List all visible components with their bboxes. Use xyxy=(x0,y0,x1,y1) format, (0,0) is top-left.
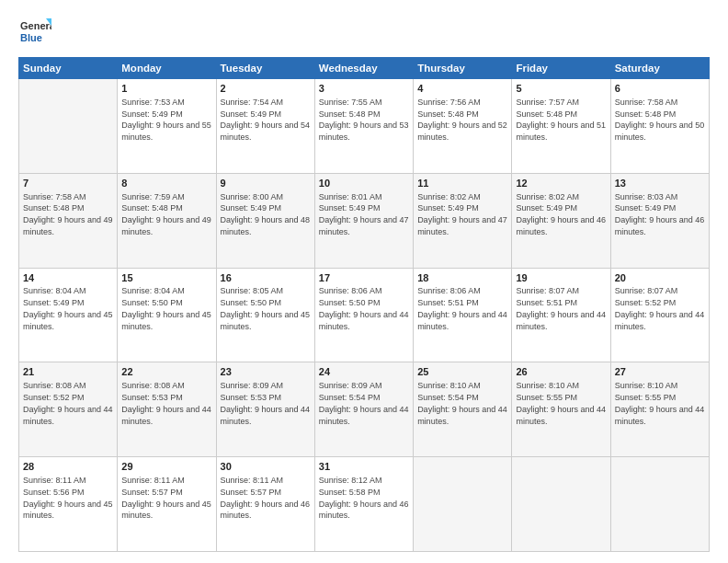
day-number: 2 xyxy=(221,82,311,96)
day-info: Sunrise: 8:10 AMSunset: 5:54 PMDaylight:… xyxy=(417,381,507,425)
calendar-cell: 24Sunrise: 8:09 AMSunset: 5:54 PMDayligh… xyxy=(314,362,413,457)
day-info: Sunrise: 8:08 AMSunset: 5:52 PMDaylight:… xyxy=(23,381,113,425)
day-info: Sunrise: 8:02 AMSunset: 5:49 PMDaylight:… xyxy=(516,192,606,236)
day-number: 25 xyxy=(417,365,507,379)
day-number: 11 xyxy=(417,177,507,190)
calendar-cell: 11Sunrise: 8:02 AMSunset: 5:49 PMDayligh… xyxy=(414,173,512,268)
calendar-cell: 2Sunrise: 7:54 AMSunset: 5:49 PMDaylight… xyxy=(216,79,314,174)
calendar-cell: 20Sunrise: 8:07 AMSunset: 5:52 PMDayligh… xyxy=(610,268,709,362)
calendar-cell xyxy=(19,79,118,174)
day-number: 4 xyxy=(417,82,507,96)
day-info: Sunrise: 8:01 AMSunset: 5:49 PMDaylight:… xyxy=(319,192,409,236)
day-info: Sunrise: 8:07 AMSunset: 5:51 PMDaylight:… xyxy=(516,286,606,330)
logo-icon: General Blue xyxy=(18,17,51,50)
day-info: Sunrise: 7:59 AMSunset: 5:48 PMDaylight:… xyxy=(121,192,211,236)
day-info: Sunrise: 8:10 AMSunset: 5:55 PMDaylight:… xyxy=(516,381,606,425)
day-number: 3 xyxy=(319,82,409,96)
day-number: 12 xyxy=(516,177,606,190)
day-number: 1 xyxy=(121,82,211,96)
calendar-cell: 12Sunrise: 8:02 AMSunset: 5:49 PMDayligh… xyxy=(512,173,610,268)
day-number: 31 xyxy=(319,460,409,474)
header: General Blue xyxy=(18,17,710,50)
calendar-cell: 28Sunrise: 8:11 AMSunset: 5:56 PMDayligh… xyxy=(19,457,118,552)
day-info: Sunrise: 7:58 AMSunset: 5:48 PMDaylight:… xyxy=(615,98,705,142)
day-number: 20 xyxy=(615,271,705,285)
calendar-cell xyxy=(414,457,512,552)
day-info: Sunrise: 7:57 AMSunset: 5:48 PMDaylight:… xyxy=(516,98,606,142)
day-info: Sunrise: 8:08 AMSunset: 5:53 PMDaylight:… xyxy=(121,381,211,425)
day-number: 7 xyxy=(23,177,113,190)
calendar-cell: 1Sunrise: 7:53 AMSunset: 5:49 PMDaylight… xyxy=(118,79,216,174)
day-number: 22 xyxy=(121,365,211,379)
calendar-cell: 5Sunrise: 7:57 AMSunset: 5:48 PMDaylight… xyxy=(512,79,610,174)
day-info: Sunrise: 7:58 AMSunset: 5:48 PMDaylight:… xyxy=(23,192,113,236)
day-number: 29 xyxy=(121,460,211,474)
calendar-cell: 16Sunrise: 8:05 AMSunset: 5:50 PMDayligh… xyxy=(216,268,314,362)
day-number: 6 xyxy=(615,82,705,96)
calendar-cell: 23Sunrise: 8:09 AMSunset: 5:53 PMDayligh… xyxy=(216,362,314,457)
calendar-cell: 26Sunrise: 8:10 AMSunset: 5:55 PMDayligh… xyxy=(512,362,610,457)
day-info: Sunrise: 8:09 AMSunset: 5:53 PMDaylight:… xyxy=(221,381,311,425)
day-info: Sunrise: 8:07 AMSunset: 5:52 PMDaylight:… xyxy=(615,286,705,330)
day-info: Sunrise: 8:06 AMSunset: 5:51 PMDaylight:… xyxy=(417,286,507,330)
day-number: 17 xyxy=(319,271,409,285)
calendar-cell: 10Sunrise: 8:01 AMSunset: 5:49 PMDayligh… xyxy=(314,173,413,268)
day-number: 14 xyxy=(23,271,113,285)
day-info: Sunrise: 7:55 AMSunset: 5:48 PMDaylight:… xyxy=(319,98,409,142)
day-number: 5 xyxy=(516,82,606,96)
calendar-cell: 30Sunrise: 8:11 AMSunset: 5:57 PMDayligh… xyxy=(216,457,314,552)
calendar-week-row: 21Sunrise: 8:08 AMSunset: 5:52 PMDayligh… xyxy=(19,362,710,457)
calendar-cell xyxy=(512,457,610,552)
day-number: 19 xyxy=(516,271,606,285)
day-info: Sunrise: 8:00 AMSunset: 5:49 PMDaylight:… xyxy=(221,192,311,236)
day-number: 24 xyxy=(319,365,409,379)
day-number: 16 xyxy=(221,271,311,285)
day-info: Sunrise: 8:10 AMSunset: 5:55 PMDaylight:… xyxy=(615,381,705,425)
weekday-header: Friday xyxy=(512,58,610,79)
day-info: Sunrise: 8:11 AMSunset: 5:57 PMDaylight:… xyxy=(221,476,311,520)
calendar-cell: 22Sunrise: 8:08 AMSunset: 5:53 PMDayligh… xyxy=(118,362,216,457)
calendar-header-row: SundayMondayTuesdayWednesdayThursdayFrid… xyxy=(19,58,710,79)
calendar-cell: 4Sunrise: 7:56 AMSunset: 5:48 PMDaylight… xyxy=(414,79,512,174)
calendar-week-row: 14Sunrise: 8:04 AMSunset: 5:49 PMDayligh… xyxy=(19,268,710,362)
weekday-header: Saturday xyxy=(610,58,709,79)
weekday-header: Tuesday xyxy=(216,58,314,79)
calendar-cell: 9Sunrise: 8:00 AMSunset: 5:49 PMDaylight… xyxy=(216,173,314,268)
day-info: Sunrise: 8:03 AMSunset: 5:49 PMDaylight:… xyxy=(615,192,705,236)
day-number: 15 xyxy=(121,271,211,285)
page: General Blue SundayMondayTuesdayWednesda… xyxy=(0,0,728,563)
day-info: Sunrise: 7:54 AMSunset: 5:49 PMDaylight:… xyxy=(221,98,311,142)
calendar-cell: 25Sunrise: 8:10 AMSunset: 5:54 PMDayligh… xyxy=(414,362,512,457)
logo: General Blue xyxy=(18,17,51,50)
calendar-week-row: 28Sunrise: 8:11 AMSunset: 5:56 PMDayligh… xyxy=(19,457,710,552)
day-info: Sunrise: 8:05 AMSunset: 5:50 PMDaylight:… xyxy=(221,286,311,330)
calendar-table: SundayMondayTuesdayWednesdayThursdayFrid… xyxy=(18,57,710,552)
day-info: Sunrise: 8:12 AMSunset: 5:58 PMDaylight:… xyxy=(319,476,409,520)
day-info: Sunrise: 8:04 AMSunset: 5:50 PMDaylight:… xyxy=(121,286,211,330)
calendar-cell: 21Sunrise: 8:08 AMSunset: 5:52 PMDayligh… xyxy=(19,362,118,457)
calendar-cell: 17Sunrise: 8:06 AMSunset: 5:50 PMDayligh… xyxy=(314,268,413,362)
day-number: 10 xyxy=(319,177,409,190)
day-info: Sunrise: 8:09 AMSunset: 5:54 PMDaylight:… xyxy=(319,381,409,425)
calendar-cell: 7Sunrise: 7:58 AMSunset: 5:48 PMDaylight… xyxy=(19,173,118,268)
calendar-cell: 18Sunrise: 8:06 AMSunset: 5:51 PMDayligh… xyxy=(414,268,512,362)
day-info: Sunrise: 7:56 AMSunset: 5:48 PMDaylight:… xyxy=(417,98,507,142)
day-number: 28 xyxy=(23,460,113,474)
day-number: 23 xyxy=(221,365,311,379)
calendar-cell: 14Sunrise: 8:04 AMSunset: 5:49 PMDayligh… xyxy=(19,268,118,362)
day-number: 18 xyxy=(417,271,507,285)
day-info: Sunrise: 8:11 AMSunset: 5:57 PMDaylight:… xyxy=(121,476,211,520)
calendar-cell xyxy=(610,457,709,552)
svg-text:General: General xyxy=(20,20,51,31)
calendar-cell: 15Sunrise: 8:04 AMSunset: 5:50 PMDayligh… xyxy=(118,268,216,362)
svg-text:Blue: Blue xyxy=(20,32,42,43)
day-number: 13 xyxy=(615,177,705,190)
calendar-cell: 19Sunrise: 8:07 AMSunset: 5:51 PMDayligh… xyxy=(512,268,610,362)
day-number: 27 xyxy=(615,365,705,379)
weekday-header: Wednesday xyxy=(314,58,413,79)
weekday-header: Monday xyxy=(118,58,216,79)
calendar-cell: 6Sunrise: 7:58 AMSunset: 5:48 PMDaylight… xyxy=(610,79,709,174)
weekday-header: Sunday xyxy=(19,58,118,79)
day-info: Sunrise: 7:53 AMSunset: 5:49 PMDaylight:… xyxy=(121,98,211,142)
day-info: Sunrise: 8:11 AMSunset: 5:56 PMDaylight:… xyxy=(23,476,113,520)
